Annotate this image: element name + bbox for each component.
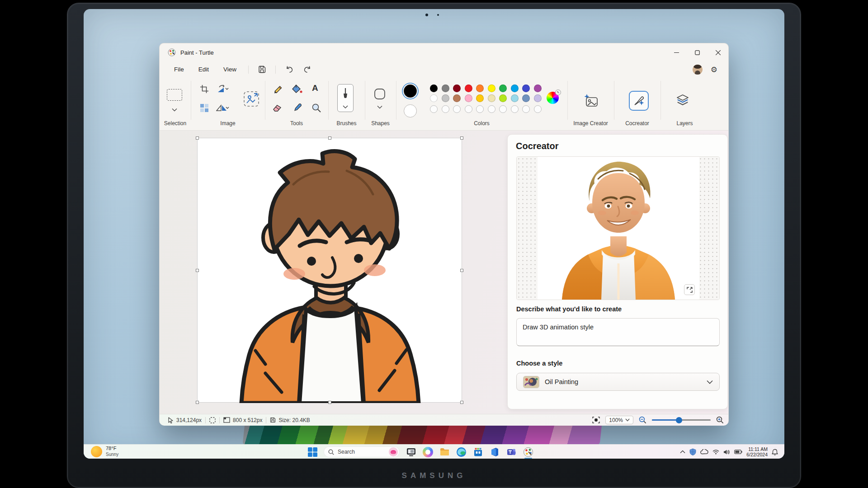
background-color[interactable] xyxy=(404,104,417,117)
edit-colors-wheel[interactable]: ✎ xyxy=(547,92,559,104)
color-swatch[interactable] xyxy=(511,84,519,92)
start-button[interactable] xyxy=(308,447,317,457)
shapes-icon[interactable] xyxy=(374,88,386,100)
color-swatch[interactable] xyxy=(522,84,530,92)
maximize-button[interactable] xyxy=(687,43,708,61)
color-swatch[interactable] xyxy=(453,84,461,92)
resize-icon[interactable] xyxy=(200,103,209,113)
menu-file[interactable]: File xyxy=(168,64,190,75)
color-swatch[interactable] xyxy=(534,94,542,102)
empty-color-swatch[interactable] xyxy=(442,105,449,113)
foreground-color[interactable] xyxy=(404,84,417,98)
flip-icon[interactable] xyxy=(216,103,230,113)
onedrive-icon[interactable] xyxy=(700,449,708,455)
selection-handle[interactable] xyxy=(328,136,331,140)
save-button[interactable] xyxy=(254,64,270,75)
minimize-button[interactable] xyxy=(666,43,687,61)
empty-color-swatch[interactable] xyxy=(534,105,542,113)
color-swatch[interactable] xyxy=(522,94,530,102)
selection-handle[interactable] xyxy=(196,136,199,140)
title-bar[interactable]: Paint - Turtle xyxy=(160,43,728,61)
color-swatch[interactable] xyxy=(465,84,472,92)
layers-icon[interactable] xyxy=(676,94,689,107)
tray-expand-icon[interactable] xyxy=(680,450,685,454)
fill-tool-icon[interactable] xyxy=(292,84,302,94)
zoom-in-icon[interactable] xyxy=(716,416,724,424)
selection-handle[interactable] xyxy=(460,269,463,272)
magnifier-tool-icon[interactable] xyxy=(311,103,321,113)
image-options-icon[interactable] xyxy=(243,91,259,107)
zoom-out-icon[interactable] xyxy=(639,416,646,424)
color-swatch[interactable] xyxy=(453,94,461,102)
selection-handle[interactable] xyxy=(196,269,199,272)
color-swatch[interactable] xyxy=(476,94,484,102)
notifications-bell-icon[interactable] xyxy=(772,449,778,455)
fit-to-window-icon[interactable] xyxy=(592,417,600,423)
edge-app-icon[interactable] xyxy=(456,447,467,457)
image-creator-icon[interactable] xyxy=(584,94,598,107)
style-dropdown[interactable]: Oil Painting xyxy=(516,373,720,391)
color-picker-tool-icon[interactable] xyxy=(292,103,302,113)
empty-color-swatch[interactable] xyxy=(522,105,530,113)
color-swatch[interactable] xyxy=(442,94,449,102)
menu-edit[interactable]: Edit xyxy=(192,64,215,75)
empty-color-swatch[interactable] xyxy=(488,105,495,113)
cocreator-button[interactable] xyxy=(629,91,649,111)
color-swatch[interactable] xyxy=(430,84,438,92)
selection-tool-icon[interactable] xyxy=(167,89,182,101)
color-swatch[interactable] xyxy=(442,84,449,92)
battery-icon[interactable] xyxy=(734,450,742,454)
color-swatch[interactable] xyxy=(511,94,519,102)
teams-app-icon[interactable] xyxy=(506,447,517,457)
menu-view[interactable]: View xyxy=(217,64,243,75)
pencil-tool-icon[interactable] xyxy=(272,84,282,94)
color-swatch[interactable] xyxy=(488,94,495,102)
selection-handle[interactable] xyxy=(460,136,463,140)
chevron-down-icon[interactable] xyxy=(377,105,382,109)
eraser-tool-icon[interactable] xyxy=(272,103,282,113)
volume-icon[interactable] xyxy=(723,449,730,455)
empty-color-swatch[interactable] xyxy=(476,105,484,113)
selection-handle[interactable] xyxy=(328,401,331,404)
wifi-icon[interactable] xyxy=(712,449,719,455)
empty-color-swatch[interactable] xyxy=(430,105,438,113)
windows-security-icon[interactable] xyxy=(689,448,696,455)
widgets-lotus-icon[interactable] xyxy=(389,447,398,456)
zoom-slider-thumb[interactable] xyxy=(676,417,682,423)
undo-button[interactable] xyxy=(281,64,297,75)
text-tool-icon[interactable]: A xyxy=(312,83,318,93)
empty-color-swatch[interactable] xyxy=(511,105,519,113)
microsoft-365-app-icon[interactable] xyxy=(490,447,500,457)
search-box[interactable]: Search xyxy=(324,446,400,457)
prompt-input[interactable]: Draw 3D animation style xyxy=(516,318,720,346)
gear-icon[interactable]: ⚙ xyxy=(711,65,717,74)
color-swatch[interactable] xyxy=(430,94,438,102)
copilot-app-icon[interactable] xyxy=(423,447,433,457)
clock[interactable]: 11:11 AM 6/22/2024 xyxy=(746,446,768,457)
weather-widget[interactable]: 78°F Sunny xyxy=(91,446,118,457)
selection-handle[interactable] xyxy=(196,401,199,404)
empty-color-swatch[interactable] xyxy=(499,105,507,113)
color-swatch[interactable] xyxy=(476,84,484,92)
zoom-slider[interactable] xyxy=(652,419,711,421)
expand-image-button[interactable] xyxy=(684,284,695,295)
microsoft-store-app-icon[interactable] xyxy=(473,447,483,457)
color-swatch[interactable] xyxy=(499,84,507,92)
color-swatch[interactable] xyxy=(488,84,495,92)
chevron-down-icon[interactable] xyxy=(172,108,177,112)
redo-button[interactable] xyxy=(299,64,316,75)
empty-color-swatch[interactable] xyxy=(453,105,461,113)
rotate-icon[interactable] xyxy=(217,84,230,94)
color-swatch[interactable] xyxy=(534,84,542,92)
zoom-level-dropdown[interactable]: 100% xyxy=(605,416,633,424)
drawing-canvas[interactable] xyxy=(197,138,462,403)
close-button[interactable] xyxy=(708,43,728,61)
color-swatch[interactable] xyxy=(499,94,507,102)
file-explorer-app-icon[interactable] xyxy=(439,447,450,457)
desktop-app-icon[interactable] xyxy=(406,447,416,457)
account-avatar[interactable] xyxy=(693,65,703,75)
selection-handle[interactable] xyxy=(460,401,463,404)
brushes-button[interactable] xyxy=(337,84,354,112)
paint-app-icon[interactable] xyxy=(523,447,533,457)
crop-icon[interactable] xyxy=(200,84,209,94)
